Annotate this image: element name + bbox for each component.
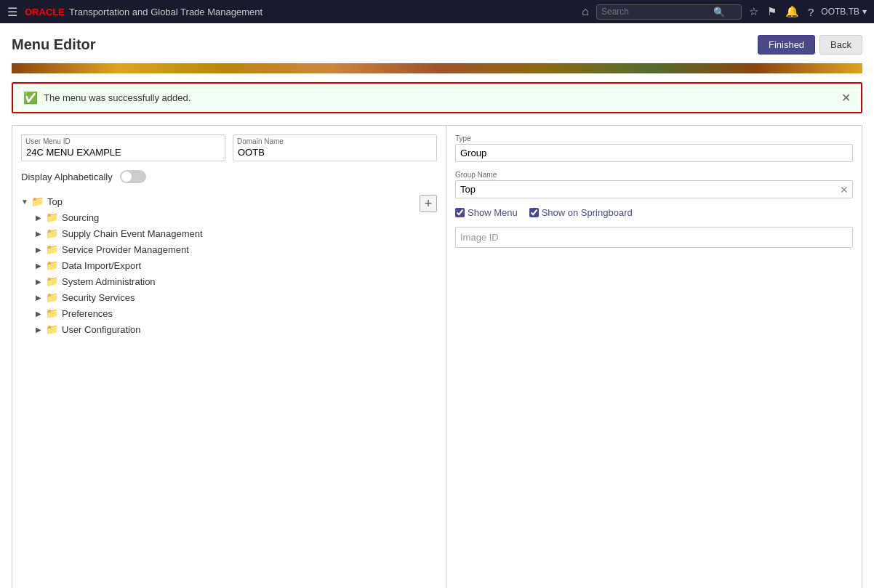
- tree-item-security-label: Security Services: [62, 292, 135, 303]
- tree-item-user-config-expand-icon: ▶: [36, 326, 46, 334]
- help-icon[interactable]: ?: [808, 6, 814, 18]
- tree-item-user-config[interactable]: ▶ 📁 User Configuration: [36, 321, 437, 337]
- show-springboard-checkbox-label[interactable]: Show on Springboard: [529, 207, 633, 218]
- tree-root-label: Top: [47, 196, 63, 207]
- menu-tree: ▼ 📁 Top ▶ 📁 Sourcing ▶ 📁 Supply Chain Ev…: [21, 193, 437, 337]
- tree-item-supply-chain-label: Supply Chain Event Management: [62, 228, 203, 239]
- image-id-field: Image ID: [455, 227, 853, 248]
- search-input[interactable]: [601, 7, 710, 17]
- page-title: Menu Editor: [12, 36, 96, 53]
- oracle-text: ORACLE: [25, 7, 65, 17]
- tree-item-sourcing-expand-icon: ▶: [36, 214, 46, 222]
- group-name-label: Group Name: [455, 171, 853, 179]
- tree-item-system-admin[interactable]: ▶ 📁 System Administration: [36, 273, 437, 289]
- back-button[interactable]: Back: [819, 35, 862, 55]
- tree-item-service-provider-expand-icon: ▶: [36, 246, 46, 254]
- show-springboard-checkbox[interactable]: [529, 208, 539, 217]
- add-item-button[interactable]: +: [420, 195, 437, 212]
- show-springboard-label: Show on Springboard: [542, 207, 633, 218]
- tree-item-preferences[interactable]: ▶ 📁 Preferences: [36, 305, 437, 321]
- checkboxes-row: Show Menu Show on Springboard: [455, 207, 853, 218]
- app-title: Transportation and Global Trade Manageme…: [69, 7, 262, 17]
- display-alphabetically-row: Display Alphabetically: [21, 170, 437, 183]
- tree-item-data-import-label: Data Import/Export: [62, 260, 141, 271]
- group-name-wrapper: ✕: [455, 180, 853, 198]
- tree-item-preferences-expand-icon: ▶: [36, 310, 46, 318]
- tree-root-item[interactable]: ▼ 📁 Top: [21, 193, 437, 209]
- banner-strip: [12, 63, 862, 73]
- tree-item-system-admin-label: System Administration: [62, 276, 156, 287]
- topbar-icons: ☆ ⚑ 🔔 ?: [749, 5, 814, 18]
- tree-item-security-folder-icon: 📁: [46, 291, 58, 303]
- type-label: Type: [455, 134, 853, 142]
- hamburger-menu-icon[interactable]: ☰: [7, 5, 17, 19]
- tree-item-service-provider-folder-icon: 📁: [46, 243, 58, 255]
- tree-item-security-expand-icon: ▶: [36, 294, 46, 302]
- search-bar[interactable]: 🔍: [596, 4, 742, 20]
- user-menu-id-field: User Menu ID: [21, 134, 225, 161]
- show-menu-label: Show Menu: [468, 207, 518, 218]
- tree-root-expand-icon: ▼: [21, 198, 31, 206]
- tree-item-data-import-expand-icon: ▶: [36, 262, 46, 270]
- tree-item-user-config-folder-icon: 📁: [46, 323, 58, 335]
- tree-item-data-import-folder-icon: 📁: [46, 259, 58, 271]
- tree-item-supply-chain-folder-icon: 📁: [46, 227, 58, 239]
- star-icon[interactable]: ☆: [749, 5, 758, 18]
- main-content: Menu Editor Finished Back ✅ The menu was…: [0, 23, 874, 588]
- tree-item-system-admin-folder-icon: 📁: [46, 275, 58, 287]
- show-menu-checkbox[interactable]: [455, 208, 465, 217]
- search-icon: 🔍: [713, 7, 725, 17]
- right-panel: Type Group Name ✕ Show Menu Sho: [446, 125, 862, 588]
- tree-item-system-admin-expand-icon: ▶: [36, 278, 46, 286]
- type-field: Type: [455, 134, 853, 162]
- type-input[interactable]: [455, 144, 853, 162]
- chevron-down-icon: ▾: [862, 7, 867, 17]
- tree-item-supply-chain[interactable]: ▶ 📁 Supply Chain Event Management: [36, 225, 437, 241]
- success-message: ✅ The menu was successfully added. ✕: [12, 82, 862, 113]
- user-menu-id-label: User Menu ID: [25, 137, 71, 145]
- bell-icon[interactable]: 🔔: [785, 5, 799, 18]
- header-buttons: Finished Back: [758, 35, 862, 55]
- image-id-display: Image ID: [455, 227, 853, 248]
- two-column-layout: User Menu ID Domain Name Display Alphabe…: [12, 125, 862, 588]
- display-alpha-label: Display Alphabetically: [21, 172, 113, 182]
- tree-item-sourcing[interactable]: ▶ 📁 Sourcing: [36, 209, 437, 225]
- dismiss-success-button[interactable]: ✕: [841, 91, 851, 105]
- user-menu[interactable]: OOTB.TB ▾: [821, 7, 867, 17]
- tree-item-sourcing-label: Sourcing: [62, 212, 99, 223]
- tree-root-folder-icon: 📁: [31, 196, 44, 207]
- toggle-knob: [121, 172, 132, 182]
- group-name-input[interactable]: [455, 180, 853, 198]
- form-row-top: User Menu ID Domain Name: [21, 134, 437, 161]
- tree-item-preferences-folder-icon: 📁: [46, 307, 58, 319]
- success-text: The menu was successfully added.: [44, 92, 191, 103]
- show-menu-checkbox-label[interactable]: Show Menu: [455, 207, 518, 218]
- page-header: Menu Editor Finished Back: [12, 35, 862, 55]
- tree-children: ▶ 📁 Sourcing ▶ 📁 Supply Chain Event Mana…: [21, 209, 437, 337]
- success-check-icon: ✅: [23, 91, 38, 105]
- tree-item-service-provider[interactable]: ▶ 📁 Service Provider Management: [36, 241, 437, 257]
- group-name-field: Group Name ✕: [455, 171, 853, 198]
- finished-button[interactable]: Finished: [758, 35, 815, 55]
- tree-item-service-provider-label: Service Provider Management: [62, 244, 189, 255]
- tree-item-data-import[interactable]: ▶ 📁 Data Import/Export: [36, 257, 437, 273]
- tree-item-sourcing-folder-icon: 📁: [46, 212, 58, 223]
- topbar: ☰ ORACLE Transportation and Global Trade…: [0, 0, 874, 23]
- tree-item-user-config-label: User Configuration: [62, 324, 140, 335]
- tree-item-security[interactable]: ▶ 📁 Security Services: [36, 289, 437, 305]
- display-alpha-toggle[interactable]: [120, 170, 146, 183]
- flag-icon[interactable]: ⚑: [767, 5, 777, 18]
- left-panel: User Menu ID Domain Name Display Alphabe…: [12, 125, 446, 588]
- home-icon[interactable]: ⌂: [582, 5, 589, 18]
- group-name-clear-icon[interactable]: ✕: [840, 184, 849, 196]
- user-label: OOTB.TB: [821, 7, 859, 17]
- success-message-left: ✅ The menu was successfully added.: [23, 91, 191, 105]
- domain-name-label: Domain Name: [237, 137, 284, 145]
- tree-item-supply-chain-expand-icon: ▶: [36, 230, 46, 238]
- oracle-logo: ORACLE Transportation and Global Trade M…: [25, 7, 262, 17]
- tree-item-preferences-label: Preferences: [62, 308, 113, 319]
- domain-name-field: Domain Name: [233, 134, 437, 161]
